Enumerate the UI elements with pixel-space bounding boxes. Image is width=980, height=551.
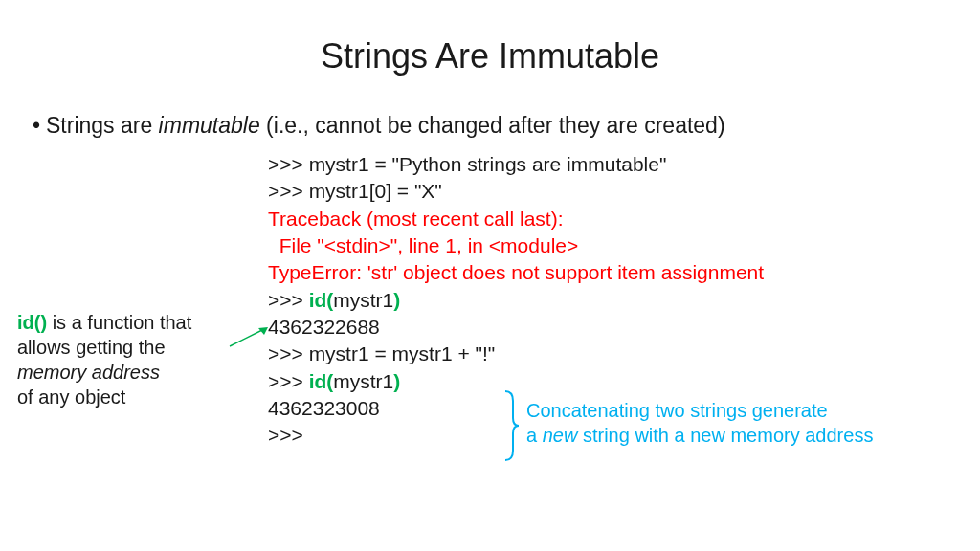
bullet-em: immutable	[159, 113, 260, 138]
sidenote-l4: of any object	[17, 386, 125, 408]
code-line-9-prompt: >>>	[268, 370, 309, 392]
rightnote-l1: Concatenating two strings generate	[526, 400, 828, 421]
bullet-post: (i.e., cannot be changed after they are …	[260, 113, 725, 138]
sidenote-l3: memory address	[17, 362, 160, 383]
bullet-pre: Strings are	[46, 113, 159, 138]
id-call-close: )	[393, 289, 400, 311]
rightnote-l2b: new	[543, 425, 578, 446]
id-function-note: id() is a function that allows getting t…	[17, 310, 228, 409]
code-line-10: 4362323008	[268, 397, 380, 419]
code-line-2: >>> mystr1[0] = "X"	[268, 180, 442, 202]
id-call-open: id(	[309, 289, 334, 311]
bracket-icon	[501, 387, 521, 464]
traceback-line-2: File "<stdin>", line 1, in <module>	[268, 234, 578, 256]
svg-line-0	[230, 329, 264, 346]
traceback-line-1: Traceback (most recent call last):	[268, 208, 563, 230]
slide-title: Strings Are Immutable	[0, 36, 980, 77]
sidenote-l1b: is a function that	[47, 312, 191, 333]
code-line-7: 4362322688	[268, 316, 380, 338]
id-call-close-2: )	[393, 370, 400, 392]
id-keyword: id()	[17, 312, 47, 333]
bullet-dot: •	[33, 113, 46, 139]
id-call-open-2: id(	[309, 370, 334, 392]
concatenation-note: Concatenating two strings generate a new…	[526, 398, 873, 448]
rightnote-l2a: a	[526, 425, 543, 446]
traceback-line-3: TypeError: 'str' object does not support…	[268, 261, 764, 283]
rightnote-l2c: string with a new memory address	[577, 425, 873, 446]
id-arg-1: mystr1	[333, 289, 393, 311]
code-line-11: >>>	[268, 424, 303, 446]
code-line-1: >>> mystr1 = "Python strings are immutab…	[268, 153, 666, 175]
sidenote-l2: allows getting the	[17, 337, 166, 358]
arrow-icon	[226, 325, 268, 350]
id-arg-2: mystr1	[333, 370, 393, 392]
code-line-8: >>> mystr1 = mystr1 + "!"	[268, 342, 495, 364]
code-line-6-prompt: >>>	[268, 289, 309, 311]
bullet-text: •Strings are immutable (i.e., cannot be …	[33, 113, 725, 139]
